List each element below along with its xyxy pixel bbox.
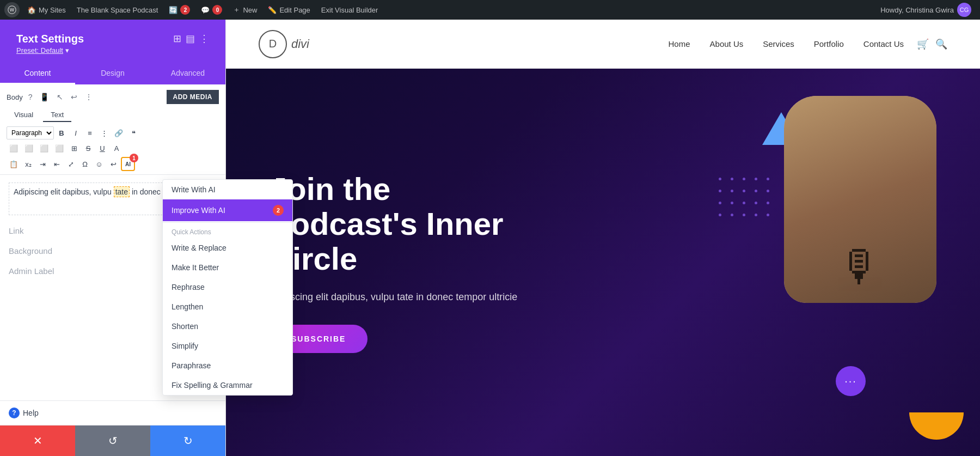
reset-icon-btn[interactable]: ↩ bbox=[69, 92, 79, 102]
nav-utility-icons: 🛒 🔍 bbox=[917, 38, 947, 50]
simplify-option[interactable]: Simplify bbox=[163, 336, 292, 356]
site-logo: D divi bbox=[259, 30, 309, 58]
text-color-button[interactable]: A bbox=[110, 142, 123, 155]
help-icon-btn[interactable]: ? bbox=[26, 92, 35, 102]
user-avatar[interactable]: CG bbox=[957, 3, 971, 17]
indent-button[interactable]: ⇥ bbox=[36, 157, 49, 171]
ordered-list-button[interactable]: ⋮ bbox=[97, 126, 111, 139]
nav-contact-us[interactable]: Contact Us bbox=[863, 39, 904, 48]
write-replace-option[interactable]: Write & Replace bbox=[163, 238, 292, 258]
tab-content[interactable]: Content bbox=[0, 63, 75, 84]
divider bbox=[163, 222, 292, 223]
tab-design[interactable]: Design bbox=[75, 63, 150, 84]
paragraph-select[interactable]: Paragraph Heading 1 Heading 2 bbox=[7, 126, 54, 139]
close-button[interactable]: ✕ bbox=[0, 425, 75, 456]
nav-links: Home About Us Services Portfolio Contact… bbox=[669, 39, 904, 48]
write-with-ai-option[interactable]: Write With AI bbox=[163, 180, 292, 199]
align-center-button[interactable]: ⬜ bbox=[22, 142, 36, 155]
new-content-link[interactable]: ＋ New bbox=[228, 0, 262, 20]
editor-toolbar: Body ? 📱 ↖ ↩ ⋮ ADD MEDIA Visual Text bbox=[0, 84, 225, 175]
align-left-button[interactable]: ⬜ bbox=[7, 142, 21, 155]
text-tab[interactable]: Text bbox=[43, 108, 71, 122]
mic-photo: 🎙 bbox=[784, 96, 936, 303]
redo-button[interactable]: ↻ bbox=[150, 425, 225, 456]
preview-area: D divi Home About Us Services Portfolio … bbox=[226, 20, 980, 456]
underline-button[interactable]: U bbox=[96, 142, 109, 155]
comments-link[interactable]: 💬 0 bbox=[195, 0, 228, 20]
nav-about-us[interactable]: About Us bbox=[710, 39, 744, 48]
help-label[interactable]: Help bbox=[23, 409, 39, 417]
unordered-list-button[interactable]: ≡ bbox=[83, 126, 96, 139]
help-icon[interactable]: ? bbox=[9, 408, 20, 418]
tab-advanced[interactable]: Advanced bbox=[150, 63, 225, 84]
purple-circle-decoration: ··· bbox=[836, 366, 866, 396]
nav-services[interactable]: Services bbox=[763, 39, 794, 48]
more-options-btn[interactable]: ⋮ bbox=[83, 92, 95, 102]
bold-button[interactable]: B bbox=[55, 126, 68, 139]
wordpress-logo-icon[interactable]: W bbox=[4, 2, 20, 17]
blockquote-button[interactable]: ❝ bbox=[127, 126, 140, 139]
my-sites-icon: 🏠 bbox=[27, 6, 36, 14]
quick-actions-label: Quick Actions bbox=[163, 224, 292, 238]
panel-resize-icon[interactable]: ⊞ bbox=[173, 33, 181, 45]
yellow-half-decoration bbox=[909, 412, 964, 440]
emoji-button[interactable]: ☺ bbox=[93, 157, 106, 171]
my-sites-menu[interactable]: 🏠 My Sites bbox=[22, 0, 71, 20]
search-icon-btn[interactable]: 🔍 bbox=[935, 38, 947, 50]
updates-badge: 2 bbox=[180, 5, 190, 15]
logo-circle-icon: D bbox=[259, 30, 287, 58]
table-button[interactable]: ⊞ bbox=[68, 142, 81, 155]
nav-home[interactable]: Home bbox=[669, 39, 690, 48]
lengthen-option[interactable]: Lengthen bbox=[163, 297, 292, 317]
italic-button[interactable]: I bbox=[69, 126, 82, 139]
fix-spelling-option[interactable]: Fix Spelling & Grammar bbox=[163, 375, 292, 395]
make-better-option[interactable]: Make It Better bbox=[163, 258, 292, 277]
panel-layout-icon[interactable]: ▤ bbox=[186, 33, 195, 45]
paste-button[interactable]: 📋 bbox=[7, 157, 21, 171]
help-row: ? Help bbox=[0, 400, 225, 425]
updates-link[interactable]: 🔄 2 bbox=[163, 0, 195, 20]
add-media-button[interactable]: ADD MEDIA bbox=[167, 90, 219, 104]
ai-badge: 1 bbox=[130, 154, 138, 162]
user-greeting: Howdy, Christina Gwira CG bbox=[876, 3, 976, 17]
cart-icon-btn[interactable]: 🛒 bbox=[917, 38, 929, 50]
body-label: Body bbox=[7, 93, 23, 101]
ai-tools-button[interactable]: AI 1 bbox=[121, 157, 135, 171]
panel-preset[interactable]: Preset: Default ▾ bbox=[16, 46, 84, 54]
fullscreen-button[interactable]: ⤢ bbox=[64, 157, 77, 171]
hero-image-area: 🎙 ··· bbox=[599, 69, 980, 456]
editor-view-tabs: Visual Text bbox=[7, 108, 219, 122]
special-char-button[interactable]: Ω bbox=[78, 157, 91, 171]
undo-format-button[interactable]: ↩ bbox=[107, 157, 120, 171]
link-button[interactable]: 🔗 bbox=[112, 126, 126, 139]
improve-with-ai-option[interactable]: Improve With AI 2 bbox=[163, 199, 292, 221]
comments-icon: 💬 bbox=[201, 6, 210, 14]
hero-section: Join the Podcast's Inner Circle adipisci… bbox=[226, 69, 980, 456]
cursor-icon-btn[interactable]: ↖ bbox=[54, 92, 65, 102]
align-right-button[interactable]: ⬜ bbox=[37, 142, 51, 155]
hero-content: Join the Podcast's Inner Circle adipisci… bbox=[270, 172, 542, 352]
panel-more-icon[interactable]: ⋮ bbox=[199, 33, 209, 45]
shorten-option[interactable]: Shorten bbox=[163, 317, 292, 336]
rephrase-option[interactable]: Rephrase bbox=[163, 277, 292, 297]
edit-page-link[interactable]: ✏️ Edit Page bbox=[262, 0, 315, 20]
site-name-link[interactable]: The Blank Space Podcast bbox=[71, 0, 164, 20]
exit-builder-button[interactable]: Exit Visual Builder bbox=[316, 0, 384, 20]
exit-builder-label: Exit Visual Builder bbox=[321, 6, 378, 14]
nav-portfolio[interactable]: Portfolio bbox=[814, 39, 844, 48]
device-icon-btn[interactable]: 📱 bbox=[38, 92, 51, 102]
panel-header: Text Settings Preset: Default ▾ ⊞ ▤ ⋮ bbox=[0, 20, 225, 63]
subscript-button[interactable]: x₂ bbox=[22, 157, 35, 171]
comments-badge: 0 bbox=[212, 5, 222, 15]
undo-button[interactable]: ↺ bbox=[75, 425, 150, 456]
format-toolbar: Paragraph Heading 1 Heading 2 B I ≡ ⋮ 🔗 … bbox=[7, 126, 219, 171]
outdent-button[interactable]: ⇤ bbox=[50, 157, 63, 171]
edit-page-label: Edit Page bbox=[279, 6, 310, 14]
visual-tab[interactable]: Visual bbox=[7, 108, 41, 122]
svg-text:W: W bbox=[10, 7, 15, 13]
howdy-text: Howdy, Christina Gwira bbox=[880, 6, 954, 14]
paraphrase-option[interactable]: Paraphrase bbox=[163, 356, 292, 375]
microphone-icon: 🎙 bbox=[838, 242, 882, 292]
strikethrough-button[interactable]: S bbox=[82, 142, 95, 155]
align-justify-button[interactable]: ⬜ bbox=[52, 142, 66, 155]
